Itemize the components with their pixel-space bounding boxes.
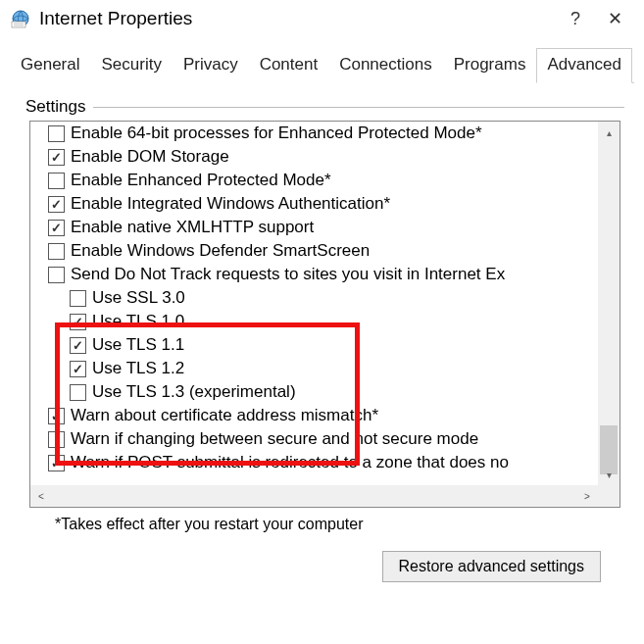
- settings-item-label: Use TLS 1.3 (experimental): [92, 382, 296, 402]
- settings-section-header: Settings: [25, 97, 624, 117]
- settings-item-label: Enable Enhanced Protected Mode*: [71, 171, 331, 190]
- settings-item-label: Warn if POST submittal is redirected to …: [71, 453, 509, 472]
- restart-note: *Takes effect after you restart your com…: [55, 516, 624, 533]
- tab-bar: GeneralSecurityPrivacyContentConnections…: [10, 47, 634, 83]
- settings-item[interactable]: Send Do Not Track requests to sites you …: [30, 263, 598, 286]
- help-button[interactable]: ?: [556, 9, 595, 29]
- settings-item-label: Warn about certificate address mismatch*: [71, 406, 378, 425]
- checkbox[interactable]: [48, 220, 65, 236]
- settings-item[interactable]: Use TLS 1.1: [30, 333, 598, 357]
- settings-item-label: Enable DOM Storage: [71, 147, 229, 167]
- hscroll-track[interactable]: [52, 485, 576, 507]
- settings-item[interactable]: Enable Enhanced Protected Mode*: [30, 169, 598, 192]
- settings-item-label: Use TLS 1.0: [92, 312, 184, 331]
- checkbox[interactable]: [48, 431, 65, 448]
- settings-item[interactable]: Enable native XMLHTTP support: [30, 216, 598, 239]
- checkbox[interactable]: [70, 314, 86, 330]
- settings-item-label: Enable 64-bit processes for Enhanced Pro…: [71, 124, 482, 143]
- settings-item[interactable]: Use TLS 1.3 (experimental): [30, 380, 598, 404]
- internet-options-icon: [10, 8, 31, 29]
- svg-rect-1: [12, 22, 25, 27]
- scrollbar-corner: [598, 485, 619, 507]
- titlebar: Internet Properties ? ✕: [0, 0, 644, 35]
- settings-item[interactable]: Use TLS 1.0: [30, 310, 598, 333]
- checkbox[interactable]: [70, 290, 86, 307]
- settings-item-label: Send Do Not Track requests to sites you …: [71, 265, 505, 284]
- vertical-scrollbar[interactable]: ▴ ▾: [598, 122, 619, 485]
- checkbox[interactable]: [70, 337, 86, 354]
- settings-item[interactable]: Warn about certificate address mismatch*: [30, 404, 598, 427]
- checkbox[interactable]: [48, 455, 65, 471]
- settings-item[interactable]: Use TLS 1.2: [30, 357, 598, 380]
- annotation-arrow: [0, 582, 644, 644]
- tab-programs[interactable]: Programs: [443, 48, 537, 83]
- scroll-right-arrow[interactable]: >: [576, 485, 598, 507]
- tab-privacy[interactable]: Privacy: [173, 48, 249, 83]
- window-title: Internet Properties: [39, 8, 556, 29]
- settings-item[interactable]: Enable Windows Defender SmartScreen: [30, 239, 598, 263]
- scroll-up-arrow[interactable]: ▴: [598, 122, 619, 143]
- settings-listbox: Enable 64-bit processes for Enhanced Pro…: [29, 121, 620, 508]
- horizontal-scrollbar[interactable]: < >: [30, 485, 598, 507]
- settings-item[interactable]: Use SSL 3.0: [30, 286, 598, 310]
- checkbox[interactable]: [48, 149, 65, 166]
- checkbox[interactable]: [70, 361, 86, 377]
- settings-item-label: Use SSL 3.0: [92, 288, 185, 308]
- checkbox[interactable]: [48, 125, 65, 142]
- checkbox[interactable]: [70, 384, 86, 401]
- settings-item[interactable]: Enable 64-bit processes for Enhanced Pro…: [30, 122, 598, 145]
- settings-item[interactable]: Warn if POST submittal is redirected to …: [30, 451, 598, 474]
- settings-item-label: Enable Integrated Windows Authentication…: [71, 194, 390, 214]
- divider: [93, 107, 624, 108]
- settings-item-label: Use TLS 1.2: [92, 359, 184, 378]
- settings-item-label: Enable Windows Defender SmartScreen: [71, 241, 370, 261]
- settings-item-label: Warn if changing between secure and not …: [71, 429, 478, 449]
- scroll-down-arrow[interactable]: ▾: [598, 464, 619, 485]
- checkbox[interactable]: [48, 408, 65, 424]
- settings-item[interactable]: Enable Integrated Windows Authentication…: [30, 192, 598, 216]
- checkbox[interactable]: [48, 243, 65, 260]
- close-button[interactable]: ✕: [595, 8, 634, 29]
- checkbox[interactable]: [48, 267, 65, 283]
- tab-content[interactable]: Content: [249, 48, 329, 83]
- settings-item[interactable]: Enable DOM Storage: [30, 145, 598, 169]
- scroll-left-arrow[interactable]: <: [30, 485, 52, 507]
- tab-connections[interactable]: Connections: [328, 48, 443, 83]
- settings-item-label: Use TLS 1.1: [92, 335, 184, 355]
- tab-security[interactable]: Security: [90, 48, 172, 83]
- checkbox[interactable]: [48, 173, 65, 189]
- tab-general[interactable]: General: [10, 48, 90, 83]
- settings-item[interactable]: Warn if changing between secure and not …: [30, 427, 598, 451]
- settings-label: Settings: [25, 97, 93, 117]
- restore-advanced-settings-button[interactable]: Restore advanced settings: [382, 551, 601, 582]
- tab-advanced[interactable]: Advanced: [536, 48, 632, 83]
- checkbox[interactable]: [48, 196, 65, 213]
- settings-listbox-inner: Enable 64-bit processes for Enhanced Pro…: [30, 122, 598, 485]
- settings-item-label: Enable native XMLHTTP support: [71, 218, 314, 237]
